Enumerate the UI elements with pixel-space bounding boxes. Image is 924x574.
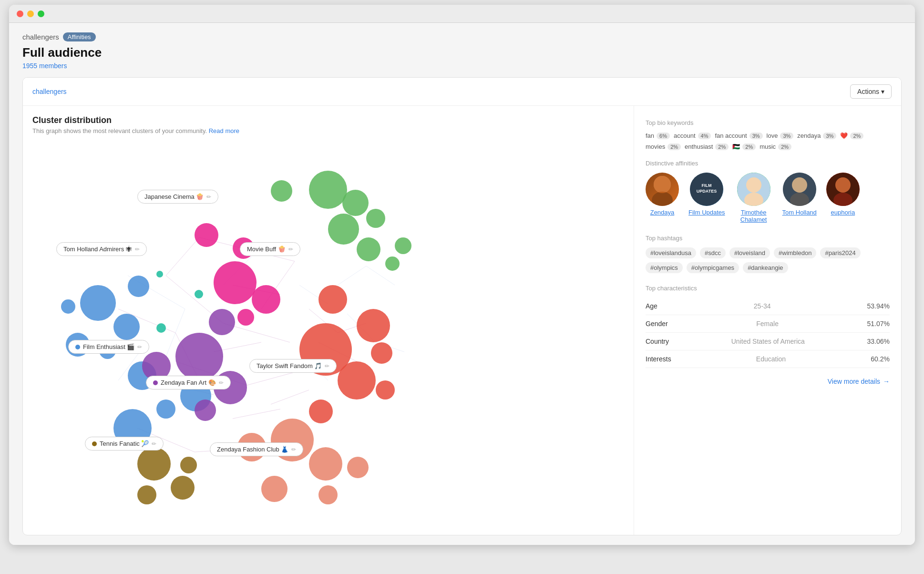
affinity-name: Zendaya [650,209,675,216]
svg-point-31 [654,176,671,193]
card-nav-link[interactable]: challengers [32,88,67,95]
affinity-item-tom-holland[interactable]: Tom Holland [782,173,817,223]
hashtag-tag[interactable]: #loveisland [729,247,770,258]
maximize-button[interactable] [38,10,44,17]
cluster-label-japanese-cinema: Japanese Cinema 🍿 ✏ [137,190,218,204]
hashtag-tag[interactable]: #loveislandusa [646,247,696,258]
bubble [366,209,385,228]
keyword-tag: fan account3% [715,132,762,139]
char-row-country: Country United States of America 33.06% [646,333,890,350]
edit-icon[interactable]: ✏ [219,379,224,386]
card-header: challengers Actions ▾ [23,78,901,106]
keyword-tag: fan6% [646,132,670,139]
bubble [195,400,216,421]
bubble [309,400,333,423]
page-title: Full audience [22,45,902,60]
keyword-tag: love3% [767,132,794,139]
bubble [357,237,380,261]
affinities-row: Zendaya FILMUPDATES Film Updates [646,173,890,223]
bubble [80,285,116,321]
hashtag-tag[interactable]: #olympics [646,262,683,273]
minimize-button[interactable] [27,10,34,17]
svg-line-24 [338,266,366,285]
bio-keywords-title: Top bio keywords [646,119,890,126]
bubble [180,457,197,473]
bubble [137,447,171,481]
affinity-item-timothee[interactable]: Timothée Chalamet [735,173,773,223]
chevron-down-icon: ▾ [881,88,884,95]
bubble [376,380,395,400]
edit-icon[interactable]: ✏ [152,441,156,447]
avatar [737,173,770,206]
avatar [783,173,816,206]
card-body: Cluster distribution This graph shows th… [23,106,901,535]
keyword-tag: ❤️2% [840,132,863,139]
bubble [171,476,195,500]
char-row-interests: Interests Education 60.2% [646,350,890,368]
cluster-label-film-enthusiast: Film Enthusiast 🎬 ✏ [68,340,149,354]
edit-icon[interactable]: ✏ [288,246,293,253]
bubble [328,214,359,245]
cluster-label-tom-holland: Tom Holland Admirers 🕷 ✏ [56,242,147,256]
right-panel: Top bio keywords fan6% account4% fan acc… [634,106,901,535]
bubble [357,309,390,342]
hashtag-tag[interactable]: #wimbledon [774,247,816,258]
hashtag-tag[interactable]: #olympicgames [687,262,739,273]
keyword-tags: fan6% account4% fan account3% love3% zen… [646,132,890,150]
cluster-label-movie-buff: Movie Buff 🍿 ✏ [240,242,300,256]
edit-icon[interactable]: ✏ [135,246,140,253]
bubble [395,237,411,254]
actions-button[interactable]: Actions ▾ [850,84,892,99]
affinity-item-film-updates[interactable]: FILMUPDATES Film Updates [688,173,725,223]
close-button[interactable] [17,10,23,17]
bubble [195,223,218,247]
bubble [318,485,338,504]
bubble [113,314,140,340]
bubble [137,485,156,504]
read-more-link[interactable]: Read more [209,127,239,134]
affinity-item-euphoria[interactable]: euphoria [826,173,860,223]
bubble [128,276,149,297]
bubble [175,333,223,380]
svg-point-39 [792,177,807,193]
svg-text:UPDATES: UPDATES [697,189,717,194]
avatar: FILMUPDATES [690,173,723,206]
svg-line-17 [271,390,309,404]
keyword-tag: enthusiast2% [685,143,729,150]
hashtag-tag[interactable]: #paris2024 [820,247,860,258]
keyword-tag: account4% [674,132,711,139]
characteristics-title: Top characteristics [646,285,890,292]
breadcrumb: challengers Affinities [22,32,902,41]
edit-icon[interactable]: ✏ [291,446,296,453]
keyword-tag: music2% [760,143,791,150]
svg-point-36 [746,177,761,193]
affinity-name: Timothée Chalamet [735,209,773,223]
affinities-title: Distinctive affinities [646,160,890,167]
view-more-link[interactable]: View more details → [646,378,890,385]
edit-icon[interactable]: ✏ [206,194,211,200]
edit-icon[interactable]: ✏ [137,344,142,350]
svg-line-6 [247,371,299,385]
hashtag-tag[interactable]: #dankeangie [743,262,788,273]
cluster-visualization: Japanese Cinema 🍿 ✏ Tom Holland Admirers… [32,142,624,514]
bubble [237,309,254,326]
svg-point-42 [835,177,851,193]
bubble [271,180,292,202]
cluster-label-zendaya-fan-art: Zendaya Fan Art 🎨 ✏ [146,376,231,390]
hashtag-tag[interactable]: #sdcc [700,247,726,258]
svg-point-30 [652,192,673,206]
keyword-tag: 🇵🇸2% [732,143,756,150]
breadcrumb-link[interactable]: challengers [22,33,59,41]
cluster-label-taylor-swift: Taylor Swift Fandom 🎵 ✏ [249,359,337,373]
arrow-right-icon: → [883,378,890,385]
avatar [646,173,679,206]
titlebar [9,5,915,23]
svg-text:FILM: FILM [702,183,712,188]
edit-icon[interactable]: ✏ [325,363,329,369]
bubble [347,457,369,478]
hashtag-section: Top hashtags #loveislandusa #sdcc #lovei… [646,235,890,273]
hashtag-tags: #loveislandusa #sdcc #loveisland #wimble… [646,247,890,273]
affinity-item-zendaya[interactable]: Zendaya [646,173,679,223]
hashtags-title: Top hashtags [646,235,890,242]
avatar [826,173,860,206]
